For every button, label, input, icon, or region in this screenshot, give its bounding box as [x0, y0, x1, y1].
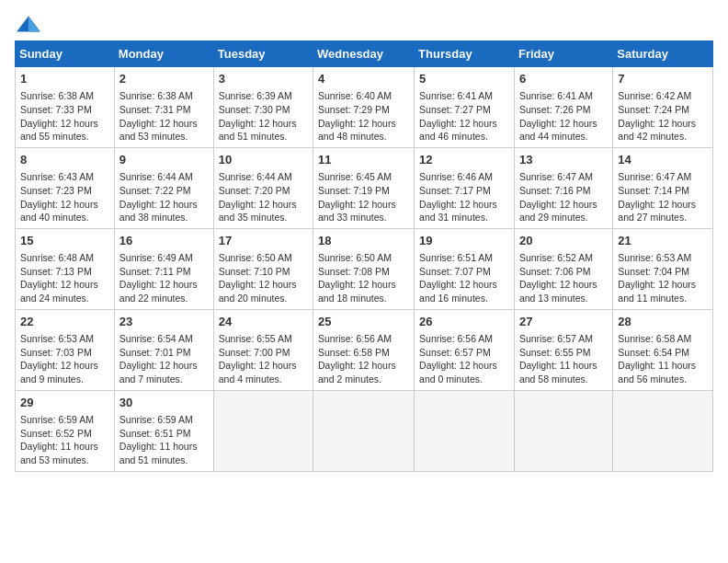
day-info: Daylight: 12 hours — [119, 278, 209, 292]
day-info: and 55 minutes. — [20, 130, 109, 144]
day-info: Sunrise: 6:50 AM — [219, 251, 308, 265]
day-info: Sunset: 7:03 PM — [20, 346, 109, 360]
day-info: and 24 minutes. — [20, 292, 109, 305]
day-info: and 58 minutes. — [519, 373, 608, 386]
header-day-monday: Monday — [114, 41, 213, 67]
day-number: 25 — [318, 314, 409, 330]
day-info: Daylight: 12 hours — [20, 198, 109, 212]
calendar-cell — [313, 390, 415, 471]
day-info: and 35 minutes. — [219, 211, 308, 224]
calendar-cell: 20Sunrise: 6:52 AMSunset: 7:06 PMDayligh… — [514, 228, 612, 309]
day-info: Sunset: 7:10 PM — [219, 265, 308, 279]
header-day-friday: Friday — [514, 41, 612, 67]
day-info: Sunrise: 6:45 AM — [318, 170, 409, 184]
day-info: Daylight: 12 hours — [519, 278, 608, 292]
day-info: Daylight: 12 hours — [519, 117, 608, 131]
svg-marker-1 — [28, 16, 40, 31]
calendar-cell: 21Sunrise: 6:53 AMSunset: 7:04 PMDayligh… — [613, 228, 713, 309]
day-info: Sunset: 6:55 PM — [519, 346, 608, 360]
day-info: Daylight: 12 hours — [119, 198, 209, 212]
calendar-cell: 9Sunrise: 6:44 AMSunset: 7:22 PMDaylight… — [114, 147, 213, 228]
calendar-week-4: 29Sunrise: 6:59 AMSunset: 6:52 PMDayligh… — [16, 390, 713, 471]
calendar-cell: 29Sunrise: 6:59 AMSunset: 6:52 PMDayligh… — [16, 390, 115, 471]
day-number: 22 — [20, 314, 109, 330]
day-info: Daylight: 12 hours — [20, 278, 109, 292]
day-info: Daylight: 12 hours — [618, 278, 708, 292]
day-info: Daylight: 12 hours — [419, 359, 509, 373]
day-info: Sunrise: 6:54 AM — [119, 332, 209, 346]
day-info: Sunset: 7:04 PM — [618, 265, 708, 279]
day-info: Sunrise: 6:59 AM — [119, 413, 209, 427]
calendar-cell: 15Sunrise: 6:48 AMSunset: 7:13 PMDayligh… — [16, 228, 115, 309]
day-info: Daylight: 12 hours — [419, 198, 509, 212]
day-number: 11 — [318, 152, 409, 168]
day-number: 10 — [219, 152, 308, 168]
day-info: and 2 minutes. — [318, 373, 409, 386]
day-info: Sunset: 7:24 PM — [618, 103, 708, 117]
day-info: and 9 minutes. — [20, 373, 109, 386]
day-info: Sunrise: 6:44 AM — [119, 170, 209, 184]
calendar-cell: 2Sunrise: 6:38 AMSunset: 7:31 PMDaylight… — [114, 67, 213, 148]
day-number: 4 — [318, 71, 409, 87]
day-info: Daylight: 12 hours — [618, 198, 708, 212]
day-info: Sunset: 7:16 PM — [519, 184, 608, 198]
calendar-cell: 26Sunrise: 6:56 AMSunset: 6:57 PMDayligh… — [415, 309, 515, 390]
calendar-cell: 8Sunrise: 6:43 AMSunset: 7:23 PMDaylight… — [16, 147, 115, 228]
day-info: Daylight: 12 hours — [318, 198, 409, 212]
day-info: Sunset: 7:01 PM — [119, 346, 209, 360]
day-info: and 0 minutes. — [419, 373, 509, 386]
day-number: 9 — [119, 152, 209, 168]
day-info: Daylight: 12 hours — [219, 117, 308, 131]
day-number: 20 — [519, 233, 608, 249]
day-number: 18 — [318, 233, 409, 249]
day-info: Daylight: 12 hours — [119, 359, 209, 373]
header — [15, 15, 713, 33]
day-number: 7 — [618, 71, 708, 87]
day-info: Sunset: 7:19 PM — [318, 184, 409, 198]
day-info: Daylight: 12 hours — [219, 359, 308, 373]
day-info: Sunset: 6:52 PM — [20, 427, 109, 441]
day-info: Sunset: 7:22 PM — [119, 184, 209, 198]
day-number: 6 — [519, 71, 608, 87]
day-info: and 42 minutes. — [618, 130, 708, 144]
calendar-table: SundayMondayTuesdayWednesdayThursdayFrid… — [15, 40, 713, 472]
day-number: 13 — [519, 152, 608, 168]
day-info: Sunrise: 6:59 AM — [20, 413, 109, 427]
calendar-cell — [514, 390, 612, 471]
day-info: Sunset: 7:27 PM — [419, 103, 509, 117]
calendar-cell: 3Sunrise: 6:39 AMSunset: 7:30 PMDaylight… — [213, 67, 313, 148]
day-info: and 33 minutes. — [318, 211, 409, 224]
day-info: Sunset: 7:20 PM — [219, 184, 308, 198]
logo — [15, 15, 44, 33]
day-info: Daylight: 12 hours — [219, 198, 308, 212]
day-number: 29 — [20, 395, 109, 411]
calendar-cell: 5Sunrise: 6:41 AMSunset: 7:27 PMDaylight… — [415, 67, 515, 148]
day-info: Daylight: 12 hours — [119, 117, 209, 131]
day-info: Sunset: 7:07 PM — [419, 265, 509, 279]
day-info: Sunset: 7:30 PM — [219, 103, 308, 117]
day-info: Sunset: 7:31 PM — [119, 103, 209, 117]
calendar-cell: 6Sunrise: 6:41 AMSunset: 7:26 PMDaylight… — [514, 67, 612, 148]
calendar-cell: 16Sunrise: 6:49 AMSunset: 7:11 PMDayligh… — [114, 228, 213, 309]
header-day-tuesday: Tuesday — [213, 41, 313, 67]
day-info: Sunset: 6:58 PM — [318, 346, 409, 360]
day-info: and 53 minutes. — [119, 130, 209, 144]
day-number: 30 — [119, 395, 209, 411]
day-info: Sunrise: 6:42 AM — [618, 89, 708, 103]
day-info: Sunrise: 6:40 AM — [318, 89, 409, 103]
calendar-week-0: 1Sunrise: 6:38 AMSunset: 7:33 PMDaylight… — [16, 67, 713, 148]
day-info: Sunset: 7:06 PM — [519, 265, 608, 279]
calendar-cell: 19Sunrise: 6:51 AMSunset: 7:07 PMDayligh… — [415, 228, 515, 309]
day-info: Daylight: 12 hours — [419, 117, 509, 131]
day-info: Sunrise: 6:47 AM — [519, 170, 608, 184]
day-info: Daylight: 12 hours — [618, 117, 708, 131]
day-info: Sunrise: 6:38 AM — [20, 89, 109, 103]
day-info: Sunset: 7:29 PM — [318, 103, 409, 117]
day-number: 26 — [419, 314, 509, 330]
day-info: Sunrise: 6:43 AM — [20, 170, 109, 184]
day-info: and 20 minutes. — [219, 292, 308, 305]
day-info: Daylight: 12 hours — [318, 359, 409, 373]
day-info: and 27 minutes. — [618, 211, 708, 224]
calendar-cell: 13Sunrise: 6:47 AMSunset: 7:16 PMDayligh… — [514, 147, 612, 228]
day-info: and 31 minutes. — [419, 211, 509, 224]
